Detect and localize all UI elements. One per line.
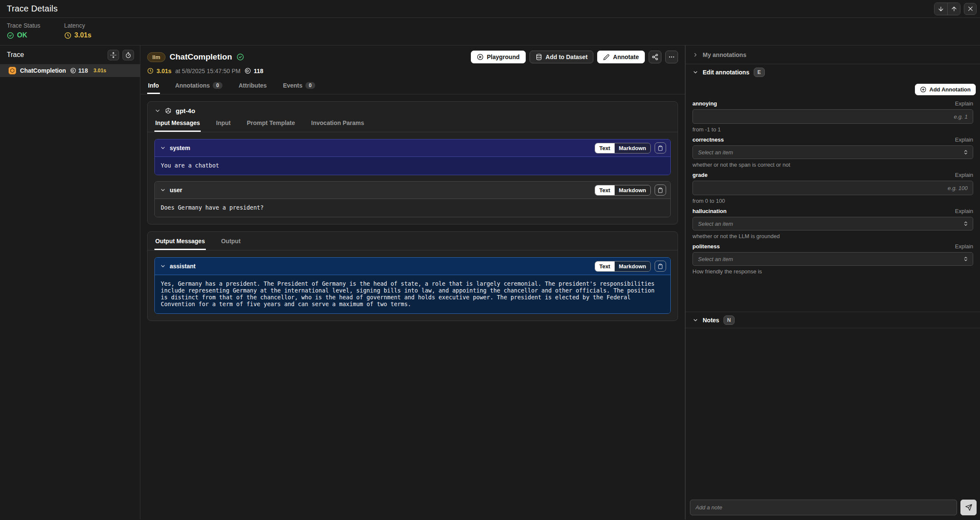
ellipsis-icon (668, 54, 675, 60)
chevron-down-icon (692, 69, 698, 75)
output-tabs: Output Messages Output (148, 236, 678, 250)
tab-invocation-params-label: Invocation Params (311, 119, 365, 126)
tab-input-messages-label: Input Messages (155, 119, 200, 126)
tab-invocation-params[interactable]: Invocation Params (311, 118, 365, 132)
format-text-option[interactable]: Text (595, 185, 615, 195)
tab-output-label: Output (221, 238, 241, 244)
annotate-button-label: Annotate (613, 54, 639, 60)
notes-section-header[interactable]: Notes N (686, 312, 980, 328)
tab-attributes[interactable]: Attributes (238, 80, 268, 94)
token-count-icon (244, 67, 251, 74)
format-toggle: Text Markdown (595, 143, 651, 153)
annotations-count-badge: 0 (213, 82, 222, 89)
format-text-option[interactable]: Text (595, 143, 615, 153)
chevron-down-icon (692, 317, 698, 323)
annoying-score-input[interactable] (692, 109, 973, 124)
chevron-down-icon[interactable] (160, 187, 166, 193)
trace-nav-group (934, 3, 960, 15)
field-helper-text: whether or not the span is correct or no… (692, 162, 973, 168)
chevron-down-icon[interactable] (160, 263, 166, 269)
tab-info[interactable]: Info (147, 80, 160, 94)
tab-info-label: Info (148, 82, 159, 89)
chevron-down-icon[interactable] (154, 108, 161, 114)
annotation-field-politeness: politeness Explain Select an item How fr… (692, 243, 973, 275)
my-annotations-section-header[interactable]: My annotations (686, 45, 980, 64)
edit-annotations-shortcut-badge: E (754, 68, 765, 77)
explain-link[interactable]: Explain (955, 172, 973, 178)
tab-output[interactable]: Output (220, 236, 242, 250)
explain-link[interactable]: Explain (955, 208, 973, 214)
field-helper-text: from 0 to 100 (692, 198, 973, 204)
tab-input-messages[interactable]: Input Messages (154, 118, 201, 132)
add-annotation-button[interactable]: Add Annotation (915, 84, 976, 95)
close-button[interactable] (964, 3, 977, 15)
grade-score-input[interactable] (692, 181, 973, 195)
message-role-label: assistant (170, 263, 196, 270)
playground-button-label: Playground (487, 54, 520, 60)
paper-plane-icon (965, 504, 972, 511)
copy-button[interactable] (655, 142, 666, 153)
latency-toggle-button[interactable] (122, 50, 134, 60)
tab-output-messages[interactable]: Output Messages (154, 236, 206, 250)
trace-status-value: OK (17, 31, 27, 39)
token-count-icon (70, 67, 77, 74)
close-icon (967, 6, 974, 12)
explain-link[interactable]: Explain (955, 243, 973, 250)
tree-item-label: ChatCompletion (20, 67, 66, 74)
plus-circle-icon (920, 86, 926, 93)
page-title: Trace Details (7, 4, 58, 14)
span-tabs: Info Annotations 0 Attributes Events 0 (140, 80, 685, 94)
edit-annotations-section-header[interactable]: Edit annotations E (686, 64, 980, 80)
share-icon (652, 54, 658, 60)
tree-item-chatcompletion[interactable]: ChatCompletion 118 3.01s (0, 64, 140, 77)
annotation-field-annoying: annoying Explain from -1 to 1 (692, 100, 973, 133)
annotate-button[interactable]: Annotate (597, 51, 645, 63)
select-chevrons-icon (963, 149, 969, 155)
format-text-option[interactable]: Text (595, 261, 615, 271)
annotation-field-grade: grade Explain from 0 to 100 (692, 172, 973, 204)
tab-attributes-label: Attributes (239, 82, 267, 89)
my-annotations-label: My annotations (703, 51, 746, 58)
llm-output-card: Output Messages Output assistant (147, 231, 678, 321)
field-helper-text: How friendly the response is (692, 268, 973, 275)
trace-status-stat: Trace Status OK (7, 22, 40, 45)
message-user: user Text Markdown (154, 181, 671, 217)
annotations-panel: My annotations Edit annotations E Add An… (685, 45, 980, 520)
latency-label: Latency (64, 22, 91, 29)
more-actions-button[interactable] (665, 51, 678, 63)
next-span-button[interactable] (947, 3, 960, 15)
tab-input[interactable]: Input (215, 118, 231, 132)
explain-link[interactable]: Explain (955, 100, 973, 107)
add-to-dataset-button[interactable]: Add to Dataset (530, 51, 594, 63)
previous-span-button[interactable] (934, 3, 947, 15)
playground-button[interactable]: Playground (471, 51, 526, 63)
clipboard-icon (658, 145, 663, 151)
format-markdown-option[interactable]: Markdown (615, 185, 650, 195)
chevron-down-icon[interactable] (160, 145, 166, 151)
copy-button[interactable] (655, 261, 666, 272)
tab-annotations[interactable]: Annotations 0 (174, 80, 223, 94)
trace-status-bar: Trace Status OK Latency 3.01s (0, 18, 980, 45)
share-button[interactable] (649, 51, 661, 63)
tab-events[interactable]: Events 0 (282, 80, 316, 94)
add-note-input[interactable] (690, 500, 957, 515)
annotation-field-hallucination: hallucination Explain Select an item whe… (692, 208, 973, 239)
tab-prompt-template[interactable]: Prompt Template (246, 118, 296, 132)
explain-link[interactable]: Explain (955, 136, 973, 143)
tab-annotations-label: Annotations (175, 82, 210, 89)
database-icon (536, 54, 542, 60)
correctness-select[interactable]: Select an item (692, 145, 973, 159)
copy-button[interactable] (655, 185, 666, 196)
select-chevrons-icon (963, 256, 969, 262)
tab-input-label: Input (216, 119, 231, 126)
hallucination-select[interactable]: Select an item (692, 217, 973, 230)
format-markdown-option[interactable]: Markdown (615, 143, 650, 153)
notes-label: Notes (703, 317, 719, 324)
expand-collapse-all-button[interactable] (108, 50, 119, 60)
play-circle-icon (477, 54, 484, 60)
format-markdown-option[interactable]: Markdown (615, 261, 650, 271)
message-system: system Text Markdown (154, 139, 671, 175)
send-note-button[interactable] (960, 500, 977, 515)
trace-status-label: Trace Status (7, 22, 40, 29)
politeness-select[interactable]: Select an item (692, 252, 973, 266)
